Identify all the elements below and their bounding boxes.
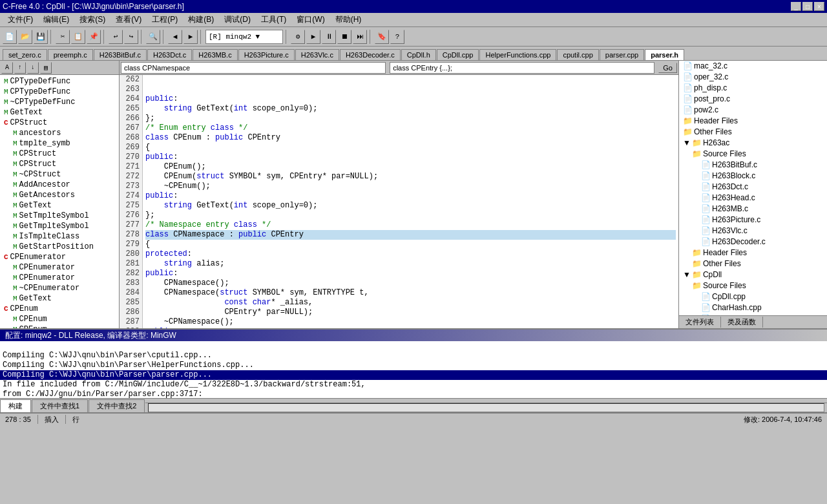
right-tree-scroll[interactable]: 📄mac_32.c📄oper_32.c📄ph_disp.c📄post_pro.c…	[679, 61, 827, 315]
symbol-tree-item[interactable]: Mtmplte_symb	[1, 138, 118, 149]
run-button[interactable]: ▶	[306, 30, 320, 44]
right-tree-item[interactable]: 📄ph_disp.c	[679, 83, 827, 94]
horizontal-scrollbar[interactable]	[148, 403, 824, 412]
symbol-tree-item[interactable]: CCPEnum	[1, 304, 118, 314]
class-nav-dropdown-right[interactable]: class CPEntry {...};	[390, 62, 654, 74]
right-tree-item[interactable]: 📄post_pro.c	[679, 94, 827, 105]
paste-button[interactable]: 📌	[87, 30, 101, 44]
symbol-tree-item[interactable]: M~CPTypeDefFunc	[1, 97, 118, 107]
right-tree-item[interactable]: 📁Other Files	[679, 127, 827, 138]
maximize-button[interactable]: □	[802, 2, 813, 11]
find-button[interactable]: 🔍	[146, 30, 160, 44]
right-tree-item[interactable]: 📄CharHash.cpp	[679, 302, 827, 313]
symbol-tree-item[interactable]: MIsTmplteClass	[1, 231, 118, 242]
symbol-tree-item[interactable]: CCPEnumerator	[1, 252, 118, 262]
symbol-tree-item[interactable]: Mancestors	[1, 128, 118, 138]
tb-btn-8[interactable]: ⏸	[322, 30, 336, 44]
symbol-tree-item[interactable]: MGetText	[1, 293, 118, 304]
tab-cpdll-cpp[interactable]: CpDll.cpp	[437, 49, 479, 60]
menu-build[interactable]: 构建(B)	[183, 13, 219, 26]
symbol-tree-item[interactable]: MCPStruct	[1, 149, 118, 159]
right-tree-item[interactable]: 📁Other Files	[679, 258, 827, 269]
tb-btn-7[interactable]: ⚙	[291, 30, 305, 44]
copy-button[interactable]: 📋	[71, 30, 85, 44]
tab-preemph[interactable]: preemph.c	[48, 49, 93, 60]
new-button[interactable]: 📄	[3, 30, 17, 44]
tab-cpdll-h[interactable]: CpDll.h	[401, 49, 436, 60]
lpt-btn-4[interactable]: ▤	[40, 62, 52, 74]
menu-debug[interactable]: 调试(D)	[219, 13, 256, 26]
right-tree-item[interactable]: 📄H263Dct.c	[679, 182, 827, 193]
close-button[interactable]: ×	[814, 2, 824, 11]
right-tree-item[interactable]: 📄H263Decoder.c	[679, 236, 827, 247]
rbtab-class-func[interactable]: 类及函数	[721, 317, 763, 328]
rbtab-file-list[interactable]: 文件列表	[679, 317, 721, 328]
minimize-button[interactable]: _	[791, 2, 801, 11]
code-scroll[interactable]: 2622632642652662672682692702712722732742…	[120, 75, 678, 328]
right-tree-item[interactable]: 📄H263MB.c	[679, 204, 827, 215]
class-nav-dropdown-left[interactable]: class CPNamespace	[121, 62, 386, 74]
tab-h263mb[interactable]: H263MB.c	[193, 49, 237, 60]
menu-file[interactable]: 文件(F)	[3, 13, 38, 26]
undo-button[interactable]: ↩	[109, 30, 123, 44]
tab-parser-cpp[interactable]: parser.cpp	[600, 49, 644, 60]
right-tree-item[interactable]: 📄oper_32.c	[679, 72, 827, 83]
tab-h263bitbuf[interactable]: H263BitBuf.c	[94, 49, 147, 60]
menu-tools[interactable]: 工具(T)	[256, 13, 291, 26]
lpt-btn-1[interactable]: A	[1, 62, 13, 74]
btab-build[interactable]: 构建	[0, 399, 31, 412]
tb-btn-11[interactable]: 🔖	[375, 30, 389, 44]
right-tree-item[interactable]: 📄H263Vlc.c	[679, 226, 827, 236]
tb-btn-6[interactable]: ▶	[183, 30, 198, 44]
menu-project[interactable]: 工程(P)	[147, 13, 183, 26]
symbol-tree-item[interactable]: MCPEnumerator	[1, 273, 118, 283]
right-tree-item[interactable]: ▼📁H263ac	[679, 138, 827, 149]
symbol-tree-item[interactable]: M~CPStruct	[1, 169, 118, 180]
tab-helperfunctions[interactable]: HelperFunctions.cpp	[479, 49, 556, 60]
lpt-btn-3[interactable]: ↓	[27, 62, 39, 74]
go-button[interactable]: Go	[658, 63, 677, 73]
right-tree-item[interactable]: 📁Header Files	[679, 116, 827, 127]
symbol-tree-item[interactable]: MGetStartPosition	[1, 242, 118, 252]
redo-button[interactable]: ↪	[124, 30, 138, 44]
right-tree-item[interactable]: ▼📁CpDll	[679, 269, 827, 280]
symbol-tree-item[interactable]: MGetAncestors	[1, 190, 118, 200]
right-tree-item[interactable]: 📄pow2.c	[679, 105, 827, 116]
tab-set-zero[interactable]: set_zero.c	[3, 49, 47, 60]
symbol-tree-item[interactable]: MCPTypeDefFunc	[1, 76, 118, 87]
tab-cputil[interactable]: cputil.cpp	[557, 49, 598, 60]
right-tree-item[interactable]: 📄H263Block.c	[679, 171, 827, 182]
right-tree-item[interactable]: 📄H263BitBuf.c	[679, 160, 827, 171]
build-config-dropdown[interactable]: [R] minqw2 ▼	[205, 30, 283, 44]
symbol-tree-item[interactable]: MCPTypeDefFunc	[1, 87, 118, 97]
symbol-tree-item[interactable]: MCPEnum	[1, 324, 118, 328]
symbol-tree-item[interactable]: MCPEnum	[1, 314, 118, 324]
symbol-tree-item[interactable]: M~CPEnumerator	[1, 283, 118, 293]
code-content[interactable]: public: string GetText(int scope_only=0)…	[143, 75, 678, 328]
tab-parser-h[interactable]: parser.h	[645, 49, 684, 60]
tab-h263vlc[interactable]: H263Vlc.c	[295, 49, 339, 60]
lpt-btn-2[interactable]: ↑	[14, 62, 26, 74]
right-tree-item[interactable]: 📄CpDll.cpp	[679, 291, 827, 302]
symbol-tree-item[interactable]: CCPStruct	[1, 118, 118, 128]
menu-search[interactable]: 搜索(S)	[74, 13, 110, 26]
right-tree-item[interactable]: 📁Header Files	[679, 247, 827, 258]
symbol-tree-item[interactable]: MSetTmplteSymbol	[1, 211, 118, 221]
tb-btn-5[interactable]: ◀	[168, 30, 182, 44]
menu-view[interactable]: 查看(V)	[110, 13, 147, 26]
symbol-tree-item[interactable]: MCPEnumerator	[1, 262, 118, 273]
symbol-tree-item[interactable]: MCPStruct	[1, 159, 118, 169]
tb-btn-9[interactable]: ⏹	[337, 30, 351, 44]
menu-window[interactable]: 窗口(W)	[291, 13, 330, 26]
tab-h263picture[interactable]: H263Picture.c	[238, 49, 295, 60]
symbol-tree-item[interactable]: MGetTmplteSymbol	[1, 221, 118, 231]
symbol-tree-item[interactable]: MGetText	[1, 200, 118, 211]
build-output[interactable]: Compiling C:\WJJ\qnu\bin\Parser\cputil.c…	[0, 341, 827, 398]
tab-h263decoder[interactable]: H263Decoder.c	[340, 49, 401, 60]
menu-edit[interactable]: 编辑(E)	[38, 13, 74, 26]
tab-h263dct[interactable]: H263Dct.c	[147, 49, 192, 60]
symbol-tree-item[interactable]: MAddAncestor	[1, 180, 118, 190]
right-tree-item[interactable]: 📄H263Head.c	[679, 193, 827, 204]
cut-button[interactable]: ✂	[56, 30, 70, 44]
right-tree-item[interactable]: 📄H263Picture.c	[679, 215, 827, 226]
